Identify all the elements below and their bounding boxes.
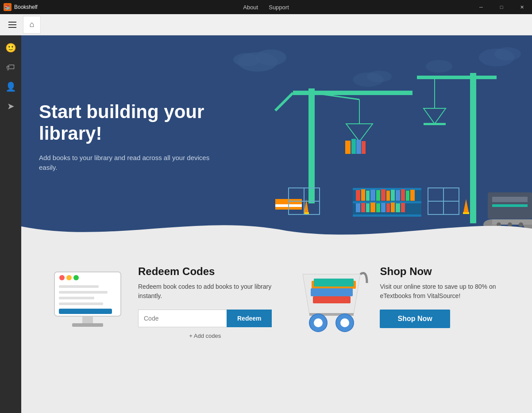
svg-point-74: [66, 275, 72, 280]
title-bar: Bookshelf About Support ─ □ ✕: [0, 0, 532, 14]
app-title: Bookshelf: [14, 4, 38, 10]
user-icon: 👤: [5, 81, 16, 92]
shop-card: Shop Now Visit our online store to save …: [289, 265, 505, 347]
svg-marker-22: [424, 108, 446, 124]
hero-illustration: [222, 35, 532, 239]
minimize-button[interactable]: ─: [471, 0, 491, 14]
svg-rect-52: [376, 203, 380, 212]
hamburger-line: [8, 24, 16, 25]
code-input[interactable]: [138, 310, 227, 327]
svg-point-91: [340, 318, 349, 327]
svg-rect-81: [82, 316, 93, 323]
maximize-button[interactable]: □: [491, 0, 512, 14]
hero-banner: Start building your library! Add books t…: [21, 35, 532, 239]
svg-rect-53: [381, 203, 386, 212]
svg-rect-38: [366, 191, 370, 201]
shop-card-content: Shop Now Visit our online store to save …: [380, 265, 505, 328]
profile-icon: 🙂: [5, 42, 16, 53]
redeem-title: Redeem Codes: [138, 265, 272, 278]
svg-point-89: [314, 318, 323, 327]
redeem-description: Redeem book codes to add books to your l…: [138, 282, 272, 301]
redeem-card: Redeem Codes Redeem book codes to add bo…: [48, 265, 272, 339]
svg-rect-37: [361, 189, 365, 201]
tag-icon: 🏷: [6, 62, 15, 73]
svg-rect-42: [386, 191, 390, 201]
hamburger-button[interactable]: [4, 16, 21, 34]
hero-text: Start building your library! Add books t…: [21, 75, 243, 199]
svg-rect-50: [366, 203, 370, 212]
svg-rect-18: [362, 141, 366, 154]
svg-rect-48: [356, 203, 360, 212]
sidebar-item-profile[interactable]: 🙂: [2, 39, 19, 57]
svg-point-2: [233, 53, 260, 66]
shop-title: Shop Now: [380, 265, 505, 278]
svg-point-1: [255, 50, 286, 65]
sidebar: 🙂 🏷 👤 ➤: [0, 35, 21, 413]
hamburger-line: [8, 27, 16, 28]
svg-rect-57: [401, 203, 405, 212]
title-bar-nav: About Support: [243, 4, 289, 11]
hero-subtitle: Add books to your library and read acros…: [39, 153, 225, 173]
svg-rect-45: [401, 189, 405, 201]
svg-rect-85: [311, 288, 353, 296]
hamburger-line: [8, 22, 16, 23]
bottom-section: Redeem Codes Redeem book codes to add bo…: [21, 239, 532, 364]
svg-line-10: [275, 93, 293, 111]
svg-point-7: [426, 60, 452, 73]
svg-rect-56: [396, 203, 400, 212]
svg-rect-79: [59, 302, 103, 305]
sidebar-item-share[interactable]: ➤: [2, 97, 19, 115]
svg-rect-19: [470, 73, 476, 223]
svg-point-75: [73, 275, 79, 280]
svg-rect-76: [59, 285, 99, 288]
svg-rect-82: [72, 323, 103, 327]
nav-support[interactable]: Support: [269, 4, 289, 11]
main-layout: 🙂 🏷 👤 ➤ Start building your library! Add…: [0, 35, 532, 413]
window-controls: ─ □ ✕: [471, 0, 532, 14]
redeem-row: Redeem: [138, 310, 272, 327]
redeem-card-content: Redeem Codes Redeem book codes to add bo…: [138, 265, 272, 339]
svg-rect-8: [308, 88, 315, 203]
svg-rect-16: [351, 139, 356, 154]
svg-point-6: [367, 71, 392, 82]
sidebar-item-tag[interactable]: 🏷: [2, 58, 19, 76]
svg-point-73: [59, 275, 65, 280]
svg-point-4: [494, 47, 521, 61]
nav-about[interactable]: About: [243, 4, 258, 11]
svg-rect-86: [313, 296, 351, 303]
svg-rect-47: [410, 190, 415, 201]
svg-rect-51: [370, 203, 375, 212]
svg-rect-49: [361, 203, 365, 212]
svg-rect-17: [356, 140, 361, 154]
svg-rect-44: [396, 190, 400, 201]
cart-illustration: [289, 265, 369, 347]
redeem-button[interactable]: Redeem: [227, 310, 272, 327]
app-icon: [4, 3, 12, 11]
svg-rect-65: [492, 204, 528, 207]
svg-rect-39: [370, 190, 375, 201]
svg-rect-78: [59, 297, 94, 299]
svg-rect-43: [391, 190, 395, 201]
content-area: Start building your library! Add books t…: [21, 35, 532, 413]
svg-rect-84: [314, 279, 354, 287]
svg-rect-15: [345, 141, 351, 154]
share-icon: ➤: [7, 101, 15, 111]
svg-rect-64: [492, 197, 528, 202]
hero-title: Start building your library!: [39, 101, 225, 144]
add-codes-link[interactable]: + Add codes: [138, 333, 272, 339]
home-button[interactable]: ⌂: [23, 16, 41, 34]
svg-rect-77: [59, 291, 108, 294]
svg-marker-14: [346, 124, 373, 141]
toolbar: ⌂: [0, 14, 532, 35]
svg-marker-61: [463, 199, 469, 212]
shop-now-button[interactable]: Shop Now: [380, 310, 450, 328]
svg-rect-54: [386, 203, 390, 212]
svg-rect-23: [424, 123, 446, 125]
svg-rect-40: [376, 190, 380, 201]
shop-description: Visit our online store to save up to 80%…: [380, 282, 505, 301]
svg-rect-36: [356, 190, 360, 201]
close-button[interactable]: ✕: [512, 0, 532, 14]
svg-rect-41: [381, 189, 386, 201]
sidebar-item-user[interactable]: 👤: [2, 78, 19, 96]
home-icon: ⌂: [30, 20, 35, 29]
